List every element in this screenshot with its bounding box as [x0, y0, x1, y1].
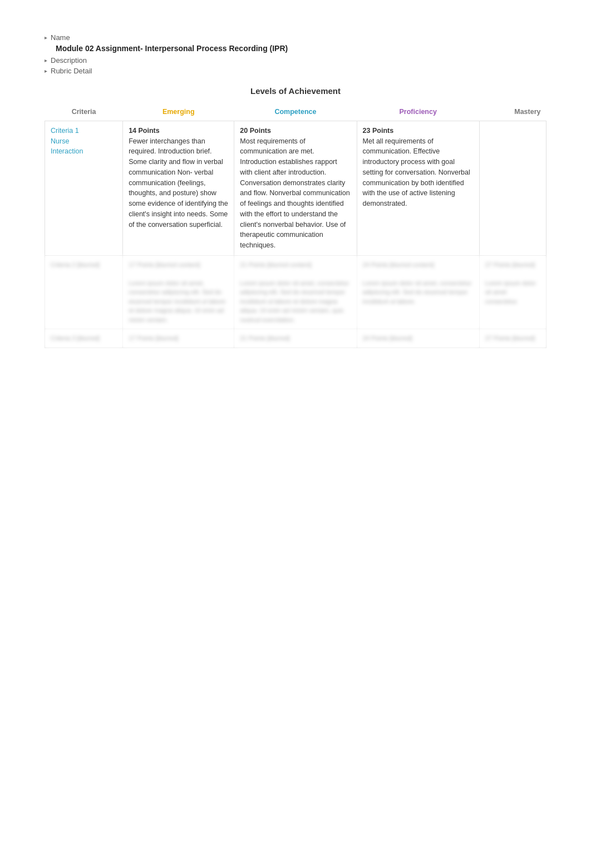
mastery-3-cell: 27 Points [blurred] [479, 329, 546, 348]
rubric-icon: ▸ [45, 68, 47, 74]
th-mastery: Mastery [479, 102, 546, 121]
assignment-title: Module 02 Assignment- Interpersonal Proc… [56, 44, 546, 53]
emerging-3-text: 17 Points [blurred] [129, 335, 178, 341]
table-row-3: Criteria 3 [blurred] 17 Points [blurred]… [45, 329, 546, 348]
rubric-title: Levels of Achievement [45, 86, 546, 96]
proficiency-2-cell: 24 Points [blurred content] Lorem ipsum … [357, 255, 479, 329]
competence-3-cell: 21 Points [blurred] [234, 329, 357, 348]
meta-section: ▸ Name Module 02 Assignment- Interperson… [45, 33, 546, 75]
criteria-3-cell: Criteria 3 [blurred] [45, 329, 123, 348]
rubric-item: ▸ Rubric Detail [45, 67, 546, 75]
th-emerging: Emerging [123, 102, 234, 121]
mastery-3-text: 27 Points [blurred] [485, 335, 535, 341]
criteria-1-cell: Criteria 1 Nurse Interaction [45, 121, 123, 255]
th-competence: Competence [234, 102, 357, 121]
proficiency-1-text: Met all requirements of communication. E… [363, 137, 470, 208]
criteria-2-cell: Criteria 2 [blurred] [45, 255, 123, 329]
criteria-1-sub2: Interaction [51, 147, 83, 155]
emerging-1-text: Fewer interchanges than required. Introd… [129, 137, 228, 229]
proficiency-3-cell: 24 Points [blurred] [357, 329, 479, 348]
competence-1-points: 20 Points [240, 127, 271, 135]
description-icon: ▸ [45, 57, 47, 63]
rubric-label: Rubric Detail [51, 67, 92, 75]
proficiency-1-cell: 23 Points Met all requirements of commun… [357, 121, 479, 255]
header-row: Criteria Emerging Competence Proficiency… [45, 102, 546, 121]
competence-2-text: 21 Points [blurred content] [240, 261, 311, 268]
rubric-container: Levels of Achievement Criteria Emerging … [45, 86, 546, 348]
th-criteria: Criteria [45, 102, 123, 121]
proficiency-2-text: 24 Points [blurred content] [363, 261, 434, 268]
criteria-1-sub1: Nurse [51, 137, 69, 145]
criteria-2-text: Criteria 2 [blurred] [51, 261, 100, 268]
competence-1-text: Most requirements of communication are m… [240, 137, 349, 250]
competence-3-text: 21 Points [blurred] [240, 335, 289, 341]
mastery-2-cell: 27 Points [blurred] Lorem ipsum dolor si… [479, 255, 546, 329]
competence-2-cell: 21 Points [blurred content] Lorem ipsum … [234, 255, 357, 329]
table-row-1: Criteria 1 Nurse Interaction 14 Points F… [45, 121, 546, 255]
name-label: Name [51, 33, 70, 42]
proficiency-1-points: 23 Points [363, 127, 394, 135]
emerging-2-cell: 17 Points [blurred content] Lorem ipsum … [123, 255, 234, 329]
description-label: Description [51, 56, 87, 65]
mastery-2-text: 27 Points [blurred] [485, 261, 535, 268]
competence-1-cell: 20 Points Most requirements of communica… [234, 121, 357, 255]
name-item: ▸ Name [45, 33, 546, 42]
proficiency-3-text: 24 Points [blurred] [363, 335, 412, 341]
name-icon: ▸ [45, 34, 47, 41]
emerging-1-points: 14 Points [129, 127, 160, 135]
criteria-1-title: Criteria 1 [51, 127, 79, 135]
description-item: ▸ Description [45, 56, 546, 65]
table-row-2: Criteria 2 [blurred] 17 Points [blurred … [45, 255, 546, 329]
mastery-1-cell [479, 121, 546, 255]
th-proficiency: Proficiency [357, 102, 479, 121]
criteria-3-text: Criteria 3 [blurred] [51, 335, 100, 341]
emerging-1-cell: 14 Points Fewer interchanges than requir… [123, 121, 234, 255]
rubric-table: Criteria Emerging Competence Proficiency… [45, 102, 546, 348]
emerging-2-text: 17 Points [blurred content] [129, 261, 200, 268]
emerging-3-cell: 17 Points [blurred] [123, 329, 234, 348]
